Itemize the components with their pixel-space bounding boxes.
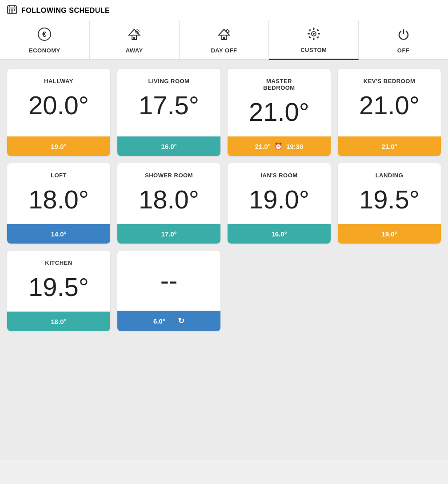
master-bedroom-name: MASTERBEDROOM bbox=[235, 78, 324, 91]
card-landing[interactable]: LANDING 19.5° 19.0° bbox=[338, 163, 441, 244]
card-ians-room[interactable]: IAN'S ROOM 19.0° 16.0° bbox=[228, 163, 331, 244]
hallway-temp: 20.0° bbox=[14, 88, 103, 123]
kevs-bedroom-name: KEV'S BEDROOM bbox=[345, 78, 434, 84]
shower-room-footer: 17.0° bbox=[117, 224, 220, 244]
kitchen-footer-temp: 18.0° bbox=[51, 318, 66, 325]
tab-dayoff-label: DAY OFF bbox=[211, 47, 237, 54]
svg-rect-13 bbox=[133, 37, 135, 40]
shower-room-name: SHOWER ROOM bbox=[124, 172, 213, 179]
svg-rect-7 bbox=[9, 12, 10, 13]
landing-temp: 19.5° bbox=[345, 182, 434, 217]
tab-custom[interactable]: CUSTOM bbox=[269, 21, 359, 60]
loft-footer-temp: 14.0° bbox=[51, 230, 66, 238]
kevs-bedroom-footer-temp: 21.0° bbox=[381, 143, 397, 150]
master-bedroom-footer-time: 19:30 bbox=[286, 143, 303, 150]
loft-temp: 18.0° bbox=[14, 182, 103, 217]
economy-icon: € bbox=[37, 27, 52, 44]
svg-text:€: € bbox=[43, 31, 47, 38]
master-bedroom-body: MASTERBEDROOM 21.0° bbox=[228, 69, 331, 136]
unknown-body: -- bbox=[117, 251, 220, 311]
kevs-bedroom-temp: 21.0° bbox=[345, 88, 434, 123]
refresh-icon: ↻ bbox=[178, 316, 184, 326]
shower-room-temp: 18.0° bbox=[124, 182, 213, 217]
card-kevs-bedroom[interactable]: KEV'S BEDROOM 21.0° 21.0° bbox=[338, 69, 441, 156]
master-bedroom-temp: 21.0° bbox=[235, 95, 324, 129]
landing-name: LANDING bbox=[345, 172, 434, 179]
kitchen-footer: 18.0° bbox=[7, 312, 110, 331]
tab-economy[interactable]: € ECONOMY bbox=[0, 21, 90, 59]
loft-name: LOFT bbox=[14, 172, 103, 179]
tabs-bar: € ECONOMY AWAY bbox=[0, 21, 448, 60]
tab-off[interactable]: OFF bbox=[359, 21, 448, 59]
ians-room-body: IAN'S ROOM 19.0° bbox=[228, 163, 331, 224]
card-kitchen[interactable]: KITCHEN 19.5° 18.0° bbox=[7, 251, 110, 331]
schedule-icon bbox=[7, 4, 17, 16]
alarm-icon: ⏰ bbox=[274, 142, 283, 150]
kevs-bedroom-footer: 21.0° bbox=[338, 136, 441, 156]
tab-custom-label: CUSTOM bbox=[300, 47, 327, 53]
kitchen-body: KITCHEN 19.5° bbox=[7, 251, 110, 312]
hallway-footer-temp: 19.0° bbox=[51, 143, 66, 150]
svg-rect-32 bbox=[318, 33, 320, 35]
shower-room-body: SHOWER ROOM 18.0° bbox=[117, 163, 220, 224]
tab-off-label: OFF bbox=[397, 47, 410, 54]
loft-body: LOFT 18.0° bbox=[7, 163, 110, 224]
card-unknown[interactable]: -- 6.0° ↻ bbox=[117, 251, 220, 331]
hallway-name: HALLWAY bbox=[14, 78, 103, 84]
shower-room-footer-temp: 17.0° bbox=[161, 230, 176, 238]
away-icon bbox=[127, 27, 141, 44]
custom-icon bbox=[307, 27, 321, 44]
app-container: FOLLOWING SCHEDULE € ECONOMY bbox=[0, 0, 448, 460]
landing-footer: 19.0° bbox=[338, 224, 441, 244]
landing-footer-temp: 19.0° bbox=[381, 230, 397, 238]
svg-rect-5 bbox=[12, 9, 13, 11]
svg-point-28 bbox=[313, 33, 315, 35]
tab-dayoff[interactable]: DAY OFF bbox=[180, 21, 269, 59]
svg-rect-8 bbox=[12, 12, 13, 13]
svg-rect-19 bbox=[223, 37, 225, 40]
svg-rect-4 bbox=[9, 9, 10, 11]
kitchen-temp: 19.5° bbox=[14, 270, 103, 304]
svg-rect-35 bbox=[308, 36, 311, 39]
living-room-name: LIVING ROOM bbox=[124, 78, 213, 84]
svg-rect-34 bbox=[316, 29, 319, 32]
header: FOLLOWING SCHEDULE bbox=[0, 0, 448, 21]
loft-footer: 14.0° bbox=[7, 224, 110, 244]
dayoff-icon bbox=[217, 27, 231, 44]
off-icon bbox=[396, 27, 411, 44]
living-room-body: LIVING ROOM 17.5° bbox=[117, 69, 220, 136]
ians-room-footer: 16.0° bbox=[228, 224, 331, 244]
ians-room-footer-temp: 16.0° bbox=[271, 230, 287, 238]
svg-line-25 bbox=[226, 29, 227, 30]
living-room-footer-temp: 16.0° bbox=[161, 143, 176, 150]
svg-line-26 bbox=[228, 32, 229, 33]
tab-economy-label: ECONOMY bbox=[29, 47, 60, 54]
card-master-bedroom[interactable]: MASTERBEDROOM 21.0° 21.0° ⏰ 19:30 bbox=[228, 69, 331, 156]
svg-rect-36 bbox=[316, 36, 319, 39]
landing-body: LANDING 19.5° bbox=[338, 163, 441, 224]
unknown-footer: 6.0° ↻ bbox=[117, 311, 220, 331]
card-hallway[interactable]: HALLWAY 20.0° 19.0° bbox=[7, 69, 110, 156]
master-bedroom-footer: 21.0° ⏰ 19:30 bbox=[228, 136, 331, 156]
svg-rect-29 bbox=[313, 28, 314, 30]
unknown-temp: -- bbox=[124, 263, 213, 298]
kevs-bedroom-body: KEV'S BEDROOM 21.0° bbox=[338, 69, 441, 136]
ians-room-temp: 19.0° bbox=[235, 182, 324, 217]
card-loft[interactable]: LOFT 18.0° 14.0° bbox=[7, 163, 110, 244]
card-living-room[interactable]: LIVING ROOM 17.5° 16.0° bbox=[117, 69, 220, 156]
svg-rect-30 bbox=[313, 38, 314, 40]
kitchen-name: KITCHEN bbox=[14, 260, 103, 266]
ians-room-name: IAN'S ROOM bbox=[235, 172, 324, 179]
svg-rect-33 bbox=[308, 29, 311, 32]
card-shower-room[interactable]: SHOWER ROOM 18.0° 17.0° bbox=[117, 163, 220, 244]
master-bedroom-footer-temp: 21.0° bbox=[255, 143, 271, 150]
tab-away[interactable]: AWAY bbox=[90, 21, 180, 59]
hallway-body: HALLWAY 20.0° bbox=[7, 69, 110, 136]
tab-away-label: AWAY bbox=[126, 47, 143, 54]
rooms-grid: HALLWAY 20.0° 19.0° LIVING ROOM 17.5° 16… bbox=[7, 69, 441, 331]
hallway-footer: 19.0° bbox=[7, 136, 110, 156]
rooms-grid-area: HALLWAY 20.0° 19.0° LIVING ROOM 17.5° 16… bbox=[0, 60, 448, 460]
header-title: FOLLOWING SCHEDULE bbox=[21, 7, 110, 15]
living-room-footer: 16.0° bbox=[117, 136, 220, 156]
svg-rect-6 bbox=[14, 9, 15, 11]
